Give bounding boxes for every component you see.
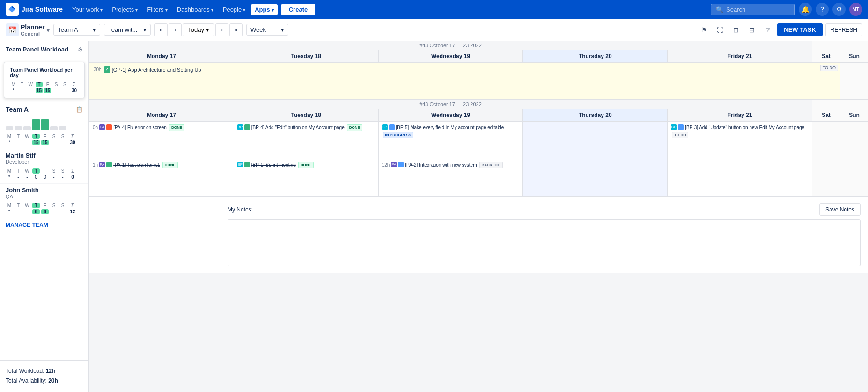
next-button[interactable]: › [215,23,228,36]
nav-people[interactable]: People [219,4,249,15]
team-action-icon[interactable]: 📋 [76,106,83,113]
week-dropdown[interactable]: Week ▾ [246,24,288,36]
mh-su: S [59,168,66,174]
pa4-hours: 0h [93,124,98,131]
flag-icon[interactable]: ⚑ [698,23,711,36]
nav-projects[interactable]: Projects [108,4,141,15]
wval-th: 15 [36,88,43,93]
bp4-text: [BP-4] Add "Edit" button on My Account p… [251,124,345,131]
bp3-task-icon [678,124,684,130]
today-button[interactable]: Today ▾ [183,23,214,36]
last-page-button[interactable]: » [229,23,243,36]
planner-label-group: 📅 Planner General ▾ [6,23,50,36]
filter-icon[interactable]: ⊟ [745,23,758,36]
save-notes-button[interactable]: Save Notes [819,203,861,216]
team-workload-table: M T W T F S S Σ * - - 15 15 - - [6,134,83,145]
week-label-row: #43 October 17 — 23 2022 [89,41,868,50]
th-w: W [23,134,31,139]
mv-th: 0 [32,174,40,180]
help-button[interactable]: ? [816,3,829,16]
pa1-hours: 1h [93,162,98,168]
john-thursday-cell [522,159,667,196]
nav-your-work[interactable]: Your work [68,4,106,15]
pa1-task-chip[interactable]: 1h PA [PA-1] Test plan for v.1 DONE [91,161,232,169]
share-icon[interactable]: ⊡ [729,23,743,36]
gp1-hours: 30h [94,66,102,73]
search-bar[interactable]: 🔍 Search [711,4,795,15]
member-role-martin: Developer [6,159,83,165]
bp5-status: IN PROGRESS [383,132,414,138]
refresh-button[interactable]: REFRESH [825,23,862,36]
day-header-th: T [36,82,43,87]
mh-m: M [6,168,13,174]
gp1-task-text: [GP-1] App Architecture and Setting Up [112,66,201,73]
total-workload-label: Total Workload: [6,368,44,374]
jh-su: S [59,203,66,208]
pa4-bug-icon [106,124,112,130]
mv-w: - [23,174,31,180]
bp4-task-chip[interactable]: BP [BP-4] Add "Edit" button on My Accoun… [236,123,376,132]
shared-sat-cell: TO DO [812,63,840,99]
nav-dashboards[interactable]: Dashboards [173,4,217,15]
team-dropdown[interactable]: Team A ▾ [53,24,100,36]
wval-sa: - [52,88,59,93]
tv-sa: - [50,140,58,145]
manage-team-link[interactable]: MANAGE TEAM [0,218,88,232]
nav-apps[interactable]: Apps [251,4,278,15]
bp3-task-chip[interactable]: BP [BP-3] Add "Update" button on new Edi… [669,123,810,139]
martin-row: 0h PA [PA-4] Fix error on screen DONE BP… [89,122,868,159]
pa2-project: PA [391,162,397,167]
total-availability-label: Total Availability: [6,377,47,384]
th-m: M [6,134,13,139]
first-page-button[interactable]: « [154,23,168,36]
notifications-button[interactable]: 🔔 [799,3,812,16]
pa2-task-chip[interactable]: 12h PA [PA-2] Integration with new syste… [381,161,521,169]
panel-settings-icon[interactable]: ⚙ [78,46,83,53]
gp1-task-chip[interactable]: 30h ✓ [GP-1] App Architecture and Settin… [92,65,202,74]
martin-monday-cell: 0h PA [PA-4] Fix error on screen DONE [89,122,234,159]
pa1-status: DONE [162,162,178,168]
total-workload-line: Total Workload: 12h [6,366,83,377]
bottom-notes-section: My Notes: Save Notes [220,197,868,273]
settings-button[interactable]: ⚙ [832,3,846,16]
left-panel-header: Team Panel Workload ⚙ [0,41,88,58]
mv-m: * [6,174,13,180]
bar-w [23,126,31,130]
fullscreen-icon[interactable]: ⛶ [714,23,727,36]
nav-right-section: 🔍 Search 🔔 ? ⚙ NT [711,3,862,16]
tooltip-title: Team Panel Workload per day [10,67,79,78]
col-header-wed: Wednesday 19 [378,50,523,62]
mh-sigma: Σ [68,168,77,174]
day-header-sa: S [52,82,59,87]
th-f: F [41,134,49,139]
jira-logo[interactable]: Jira Software [6,3,63,16]
martin-sun-cell [840,122,868,159]
create-button[interactable]: Create [281,4,315,15]
planner-chevron[interactable]: ▾ [46,26,50,34]
day-header-t: T [18,82,25,87]
new-task-button[interactable]: NEW TASK [777,23,822,36]
th-sigma: Σ [68,134,77,139]
teamwith-dropdown[interactable]: Team wit... ▾ [104,24,151,36]
notes-textarea[interactable] [228,219,861,266]
help-icon[interactable]: ? [761,23,774,36]
prev-button[interactable]: ‹ [169,23,182,36]
bar-f [41,119,49,130]
col2-header-tue: Tuesday 18 [234,109,378,121]
user-avatar[interactable]: NT [849,3,862,16]
bp1-task-chip[interactable]: BP [BP-1] Sprint meeting DONE [236,161,376,169]
pa4-project: PA [99,124,105,130]
pa2-status: BACKLOG [479,162,503,168]
wval-w: - [27,88,34,93]
nav-filters[interactable]: Filters [143,4,171,15]
col2-header-thu: Thursday 20 [522,109,667,121]
manage-team-anchor[interactable]: MANAGE TEAM [6,222,48,228]
martin-workload-values: * - - 0 0 - - 0 [6,174,83,180]
bar-sa [50,126,58,130]
bp5-task-chip[interactable]: BP [BP-5] Make every field in My account… [381,123,521,139]
bp4-status: DONE [347,124,362,131]
jh-sa: S [50,203,58,208]
pa4-text: [PA-4] Fix error on screen [113,124,167,131]
pa4-task-chip[interactable]: 0h PA [PA-4] Fix error on screen DONE [91,123,232,132]
col-header-sun: Sun [840,50,868,62]
